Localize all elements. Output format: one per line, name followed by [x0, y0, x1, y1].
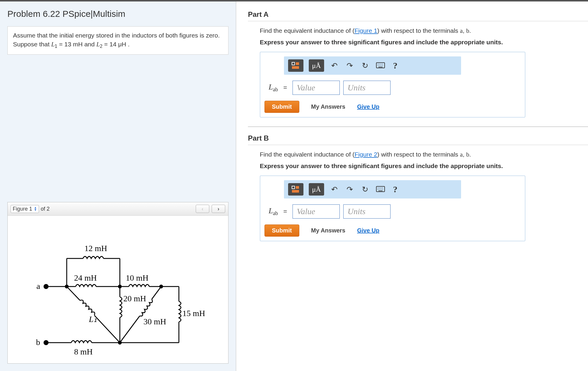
part-b-instruction: Find the equivalent inductance of (Figur…	[260, 151, 588, 158]
help-button[interactable]: ?	[391, 61, 400, 71]
instr-post: ) with respect to the terminals	[377, 151, 460, 158]
instr-end: .	[469, 151, 471, 158]
L2-value-text: = 14 μH .	[102, 41, 130, 48]
equals-sign: =	[283, 84, 287, 92]
figure-canvas: a b 12 mH 24 mH 10 mH 20 mH 30 mH 15 mH …	[8, 216, 228, 363]
undo-button[interactable]: ↶	[329, 185, 339, 194]
help-icon: ?	[393, 61, 398, 70]
templates-button[interactable]	[288, 59, 303, 72]
Lab-symbol: L	[269, 83, 273, 91]
keyboard-button[interactable]	[375, 61, 386, 70]
submit-button[interactable]: Submit	[264, 224, 299, 237]
part-a: Part A Find the equivalent inductance of…	[248, 10, 588, 118]
chevron-left-icon: ‹	[202, 206, 203, 212]
L2-subscript: 2	[100, 44, 102, 49]
instr-post: ) with respect to the terminals	[377, 27, 460, 34]
reset-button[interactable]: ↻	[360, 61, 370, 70]
part-b-format-hint: Express your answer to three significant…	[260, 162, 588, 170]
instr-end: .	[469, 27, 471, 34]
special-chars-button[interactable]: μÅ	[309, 59, 324, 72]
term-sep: ,	[463, 151, 466, 158]
my-answers-button[interactable]: My Answers	[311, 227, 345, 234]
keyboard-button[interactable]	[375, 185, 386, 194]
problem-panel: Problem 6.22 PSpice|Multisim Assume that…	[0, 1, 236, 371]
figure-select[interactable]: Figure 1 ▲▼	[11, 205, 39, 213]
value-placeholder: Value	[297, 83, 315, 92]
label-8mh: 8 mH	[74, 347, 93, 356]
svg-rect-36	[296, 186, 299, 189]
problem-title: Problem 6.22 PSpice|Multisim	[7, 9, 228, 19]
figure-2-link[interactable]: Figure 2	[355, 151, 377, 158]
templates-button[interactable]	[288, 183, 303, 196]
svg-rect-28	[292, 62, 295, 65]
give-up-link[interactable]: Give Up	[357, 103, 380, 110]
Lab-subscript: ab	[273, 210, 278, 216]
instr-pre: Find the equivalent inductance of (	[260, 151, 355, 158]
L1-symbol: L	[51, 41, 55, 48]
term-sep: ,	[463, 27, 466, 34]
svg-line-16	[67, 287, 80, 300]
terminal-b-text: b	[466, 27, 469, 34]
label-L1: L₁	[89, 315, 97, 324]
figure-next-button[interactable]: ›	[212, 205, 225, 213]
svg-line-20	[152, 287, 161, 299]
label-15mh: 15 mH	[182, 309, 205, 318]
units-placeholder: Units	[348, 207, 366, 216]
redo-icon: ↷	[347, 61, 353, 70]
answer-box-b: μÅ ↶ ↷ ↻ ? Lab = Value Units	[260, 175, 525, 241]
special-chars-button[interactable]: μÅ	[309, 183, 324, 196]
redo-icon: ↷	[347, 185, 353, 194]
terminal-a-text: a	[460, 151, 463, 158]
figure-panel: Figure 1 ▲▼ of 2 ‹ ›	[7, 202, 228, 364]
redo-button[interactable]: ↷	[345, 185, 355, 194]
figure-header: Figure 1 ▲▼ of 2 ‹ ›	[8, 202, 228, 216]
terminal-a-text: a	[460, 27, 463, 34]
part-b: Part B Find the equivalent inductance of…	[248, 134, 588, 241]
svg-line-17	[94, 315, 120, 343]
redo-button[interactable]: ↷	[345, 61, 355, 70]
label-30mh: 30 mH	[143, 317, 166, 326]
figure-total: of 2	[41, 206, 50, 212]
chevron-right-icon: ›	[218, 206, 219, 212]
label-20mh: 20 mH	[123, 294, 146, 303]
help-icon: ?	[393, 184, 398, 194]
figure-prev-button[interactable]: ‹	[196, 205, 209, 213]
label-10mh: 10 mH	[126, 273, 148, 282]
stepper-icon: ▲▼	[34, 206, 37, 211]
reset-button[interactable]: ↻	[360, 185, 370, 194]
svg-rect-29	[296, 62, 299, 65]
svg-rect-30	[292, 66, 299, 69]
toolbar-a: μÅ ↶ ↷ ↻ ?	[284, 56, 461, 75]
give-up-link[interactable]: Give Up	[357, 227, 380, 234]
units-input[interactable]: Units	[343, 81, 391, 95]
input-row-a: Lab = Value Units	[260, 79, 525, 101]
undo-button[interactable]: ↶	[329, 61, 339, 70]
figure-nav: ‹ ›	[196, 205, 225, 213]
problem-statement: Assume that the initial energy stored in…	[7, 26, 228, 55]
figure-1-link[interactable]: Figure 1	[355, 27, 377, 34]
label-24mh: 24 mH	[74, 273, 97, 282]
input-row-b: Lab = Value Units	[260, 203, 525, 224]
my-answers-button[interactable]: My Answers	[311, 103, 345, 110]
L1-value-text: = 13 mH and	[57, 41, 97, 48]
figure-select-label: Figure 1	[13, 206, 32, 212]
reset-icon: ↻	[362, 61, 368, 70]
help-button[interactable]: ?	[391, 184, 400, 194]
value-input[interactable]: Value	[293, 81, 340, 95]
submit-button[interactable]: Submit	[264, 101, 299, 113]
answer-panel: Part A Find the equivalent inductance of…	[236, 1, 588, 371]
Lab-label: Lab	[269, 83, 278, 93]
reset-icon: ↻	[362, 185, 368, 194]
special-chars-label: μÅ	[312, 62, 321, 70]
svg-rect-35	[292, 186, 295, 189]
L2-symbol: L	[97, 41, 100, 48]
undo-icon: ↶	[331, 61, 338, 70]
undo-icon: ↶	[331, 185, 338, 194]
terminal-a: a	[37, 281, 40, 291]
Lab-symbol: L	[269, 206, 273, 215]
value-input[interactable]: Value	[293, 204, 340, 219]
terminal-b: b	[36, 338, 40, 347]
submit-row-a: Submit My Answers Give Up	[260, 101, 525, 117]
units-input[interactable]: Units	[343, 204, 391, 219]
part-a-instruction: Find the equivalent inductance of (Figur…	[260, 27, 588, 35]
